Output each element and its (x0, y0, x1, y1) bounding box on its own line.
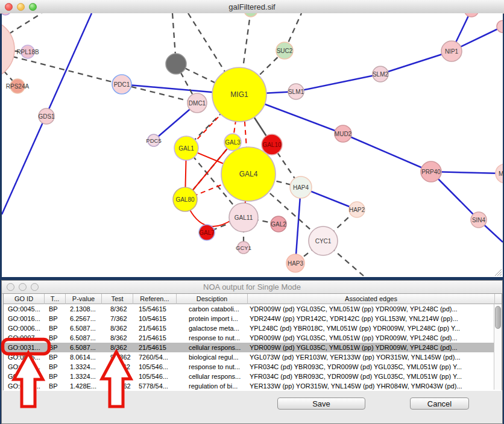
graph-edge-blue (380, 51, 452, 74)
network-window-title: galFiltered.sif (0, 2, 504, 11)
table-cell: BP (45, 381, 66, 391)
table-row[interactable]: GO:0007...BP6.5087...8/36221/54615respon… (4, 333, 502, 343)
network-window-titlebar[interactable]: galFiltered.sif (0, 0, 504, 14)
table-cell: YGL073W (pd) YER103W, YER133W (pp) YOR31… (248, 352, 495, 362)
zoom-button[interactable] (31, 283, 39, 291)
graph-node-label: HAP2 (349, 207, 365, 213)
graph-node-label: GDS1 (38, 113, 55, 120)
graph-node-label: CYC1 (315, 238, 332, 245)
close-button[interactable] (5, 3, 13, 11)
graph-edge-blue (431, 172, 503, 173)
network-graph: RPL18BRPS24AGDS1PDC1SUC2MIG1SLM1SLM2NIP1… (2, 13, 503, 277)
graph-node-label: SLM2 (373, 71, 389, 78)
table-cell: BP (45, 323, 66, 333)
table-cell: YFR034C (pd) YBR093C, YDR009W (pd) YGL03… (248, 362, 495, 372)
graph-node-big-left[interactable] (2, 19, 14, 80)
noa-window-titlebar[interactable]: NOA output for Single Mode (2, 281, 502, 294)
table-cell: galactose meta... (177, 323, 248, 333)
minimize-button[interactable] (19, 283, 27, 291)
table-cell: 6.5087... (66, 333, 102, 343)
table-cell: 80/362 (102, 381, 133, 391)
graph-node-label: RPL18B (16, 49, 39, 55)
table-cell: BP (45, 343, 66, 352)
table-cell: 5778/54... (133, 381, 177, 391)
table-cell: 8/362 (102, 333, 133, 343)
table-body: GO:0045...BP2.1308...8/36215/54615carbon… (4, 304, 502, 391)
graph-node-gray-node[interactable] (166, 54, 186, 74)
traffic-lights-inactive (7, 283, 39, 291)
table-cell: biological regul... (177, 352, 248, 362)
noa-window-title: NOA output for Single Mode (2, 282, 502, 292)
graph-node-pink-cut-right[interactable] (497, 20, 503, 33)
column-header-1[interactable]: T... (45, 294, 66, 304)
table-row[interactable]: GO:0016...BP6.2567...7/36210/54615protei… (4, 314, 502, 323)
table-cell: YDR244W (pp) YDR142C, YDR142C (pp) YGL15… (248, 314, 495, 323)
table-cell: YFR034C (pd) YBR093C, YDR009W (pd) YGL03… (248, 372, 495, 381)
save-button[interactable]: Save (277, 398, 365, 410)
table-row[interactable]: GO:0006...BP6.5087...8/36221/54615galact… (4, 323, 502, 333)
table-cell: YER133W (pp) YOR315W, YNL145W (pd) YHR08… (248, 381, 495, 391)
resize-grip-icon[interactable] (494, 269, 502, 276)
table-row[interactable]: GO:0065...BP8.0614...94/3627260/54...bio… (4, 352, 502, 362)
table-cell: BP (45, 362, 66, 372)
graph-node-corner[interactable] (2, 13, 11, 15)
table-row[interactable]: GO:0050...BP1.428E...80/3625778/54...reg… (4, 381, 502, 391)
table-cell: 6.5087... (66, 343, 102, 352)
graph-edge-blue (295, 187, 301, 263)
graph-node-label: SUC2 (277, 48, 293, 54)
table-cell: 21/54615 (133, 333, 177, 343)
traffic-lights (5, 3, 37, 11)
table-cell: 6.5087... (66, 323, 102, 333)
table-cell: YDR009W (pd) YGL035C, YML051W (pp) YDR00… (248, 304, 495, 314)
column-header-5[interactable]: Desciption (177, 294, 248, 304)
graph-node-label: GAL2 (271, 221, 286, 228)
table-cell: 11/362 (102, 362, 133, 372)
column-header-0[interactable]: GO ID (4, 294, 45, 304)
table-cell: 105/546... (133, 362, 177, 372)
table-cell: GO:0016... (4, 314, 45, 323)
table-cell: 15/54615 (133, 304, 177, 314)
graph-node-label: MUD2 (335, 131, 352, 137)
column-header-2[interactable]: P-value (66, 294, 102, 304)
table-cell: 94/362 (102, 352, 133, 362)
graph-node-pink-cut-top[interactable] (464, 13, 479, 17)
graph-node-label: GAL10 (262, 142, 282, 148)
column-header-3[interactable]: Test (102, 294, 133, 304)
table-cell: 1.428E... (66, 381, 102, 391)
table-scrollbar[interactable] (494, 304, 502, 390)
table-cell: 21/54615 (133, 323, 177, 333)
table-cell: 8/362 (102, 304, 133, 314)
graph-node-green-cut[interactable] (244, 13, 257, 17)
close-button[interactable] (7, 283, 14, 291)
zoom-button[interactable] (29, 3, 37, 11)
table-cell: GO:0007... (4, 333, 45, 343)
table-cell: BP (45, 304, 66, 314)
graph-node-label: PDC5 (146, 137, 161, 144)
graph-node-label: GAL1 (178, 145, 194, 152)
table-cell: GO:0045... (4, 304, 45, 314)
table-row[interactable]: GO:0031...BP1.3324...11/362105/546...cel… (4, 372, 502, 381)
column-header-4[interactable]: Referen... (133, 294, 177, 304)
table-cell: BP (45, 314, 66, 323)
table-cell: YPL248C (pd) YBR018C, YML051W (pp) YDR00… (248, 323, 495, 333)
table-row[interactable]: GO:0031...BP1.3324...11/362105/546...res… (4, 362, 502, 372)
table-cell: 8.0614... (66, 352, 102, 362)
graph-node-label: GCY1 (236, 245, 251, 251)
table-cell: GO:0031... (4, 343, 45, 352)
table-cell: 7260/54... (133, 352, 177, 362)
graph-edge-blue (343, 134, 431, 172)
table-cell: response to nut... (177, 362, 248, 372)
minimize-button[interactable] (17, 3, 25, 11)
graph-node-label: MIG1 (230, 90, 248, 99)
cancel-button[interactable]: Cancel (410, 398, 469, 410)
network-canvas[interactable]: RPL18BRPS24AGDS1PDC1SUC2MIG1SLM1SLM2NIP1… (2, 13, 503, 277)
scrollbar-thumb[interactable] (495, 306, 501, 329)
table-cell: 8/362 (102, 323, 133, 333)
column-header-6[interactable]: Associated edges (248, 294, 495, 304)
table-row[interactable]: GO:0045...BP2.1308...8/36215/54615carbon… (4, 304, 502, 314)
table-row[interactable]: GO:0031...BP6.5087...8/36221/54615cellul… (4, 343, 502, 352)
table-cell: response to nut... (177, 333, 248, 343)
table-cell: 1.3324... (66, 372, 102, 381)
graph-node-label: GAL7 (199, 229, 215, 236)
graph-node-label: NIP1 (445, 48, 459, 55)
